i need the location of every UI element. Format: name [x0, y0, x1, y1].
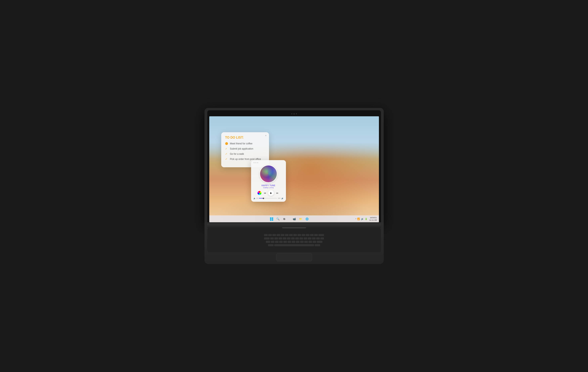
- windows-start-button[interactable]: [269, 216, 274, 222]
- todo-item-text: Submit job application: [230, 147, 253, 150]
- todo-item-2: ✓ Submit job application: [225, 147, 265, 150]
- progress-knob[interactable]: [263, 198, 264, 199]
- key-spacebar[interactable]: [274, 244, 314, 246]
- search-taskbar-button[interactable]: 🔍: [275, 216, 281, 222]
- key[interactable]: [285, 234, 289, 236]
- key[interactable]: [281, 234, 284, 236]
- key[interactable]: [293, 234, 297, 236]
- key[interactable]: [297, 234, 301, 236]
- key[interactable]: [273, 234, 276, 236]
- key[interactable]: [271, 241, 274, 243]
- todo-check-icon: ✓: [225, 153, 228, 155]
- album-art-overlay: [260, 166, 277, 182]
- todo-item-text: Go for a walk: [230, 153, 244, 155]
- key[interactable]: [295, 237, 299, 240]
- song-title: HAPPY TUNE: [253, 184, 284, 187]
- todo-item-1: Meet friend for coffee: [225, 142, 265, 145]
- key-shift-right[interactable]: [315, 244, 320, 246]
- dot-1: [253, 162, 255, 163]
- win-quadrant-2: [272, 217, 273, 219]
- progress-track[interactable]: [259, 198, 277, 199]
- taskbar-center: 🔍 ⧉ 📹 📁: [269, 216, 310, 222]
- todo-check-icon: ✓: [225, 158, 228, 160]
- music-player-widget: HAPPY TUNE Gabby Lonny ⏮ ▶ ⏭ 🔈 21: [251, 160, 286, 202]
- camera-indicator-dot-2: [296, 113, 297, 114]
- key[interactable]: [287, 241, 291, 243]
- battery-icon[interactable]: 🔋: [365, 218, 368, 220]
- key[interactable]: [302, 234, 305, 236]
- key[interactable]: [320, 237, 324, 240]
- key[interactable]: [291, 237, 295, 240]
- keyboard-row-1: [264, 234, 324, 236]
- key[interactable]: [274, 237, 278, 240]
- key[interactable]: [277, 234, 280, 236]
- keyboard: [207, 228, 381, 252]
- total-time: 100: [278, 197, 280, 199]
- key[interactable]: [316, 237, 320, 240]
- todo-item-3: ✓ Go for a walk: [225, 153, 265, 155]
- win-quadrant-3: [270, 219, 271, 221]
- widgets-button[interactable]: [288, 218, 291, 221]
- key[interactable]: [275, 241, 279, 243]
- wifi-icon[interactable]: 📶: [357, 218, 360, 220]
- key-shift-left[interactable]: [268, 244, 273, 246]
- system-tray-icons: ^ 📶 🔊 🔋: [356, 218, 368, 220]
- key[interactable]: [312, 237, 315, 240]
- key-enter[interactable]: [317, 241, 322, 243]
- teams-button[interactable]: 📹: [292, 216, 297, 222]
- keyboard-row-space: [268, 244, 320, 246]
- chevron-icon[interactable]: ^: [356, 218, 356, 220]
- taskbar-right: ^ 📶 🔊 🔋 10/20/21 11:11 AM: [356, 217, 377, 221]
- key[interactable]: [264, 234, 268, 236]
- key[interactable]: [279, 241, 283, 243]
- next-button[interactable]: ⏭: [275, 191, 279, 195]
- artist-name: Gabby Lonny: [253, 187, 284, 189]
- key-tab[interactable]: [264, 237, 270, 240]
- music-progress-bar[interactable]: 🔈 21 100 🔊: [253, 197, 284, 199]
- file-explorer-button[interactable]: 📁: [298, 216, 304, 222]
- camera-area: [209, 112, 379, 116]
- key[interactable]: [289, 234, 293, 236]
- laptop-body: × TO DO LIST: Meet friend for coffee ✓ S…: [204, 108, 384, 223]
- music-controls: ⏮ ▶ ⏭: [253, 190, 284, 196]
- key[interactable]: [296, 241, 299, 243]
- edge-browser-button[interactable]: 🌐: [304, 216, 310, 222]
- key[interactable]: [270, 237, 274, 240]
- key[interactable]: [310, 234, 314, 236]
- key[interactable]: [306, 234, 309, 236]
- dot-2: [255, 162, 256, 163]
- task-view-button[interactable]: ⧉: [282, 216, 287, 222]
- key[interactable]: [283, 241, 287, 243]
- key[interactable]: [304, 237, 307, 240]
- key[interactable]: [308, 241, 312, 243]
- key-caps[interactable]: [266, 241, 270, 243]
- windows-logo: [270, 217, 273, 221]
- key-backspace[interactable]: [318, 234, 324, 236]
- key[interactable]: [304, 241, 308, 243]
- key[interactable]: [314, 234, 318, 236]
- key[interactable]: [292, 241, 295, 243]
- keyboard-row-3: [266, 241, 322, 243]
- key[interactable]: [300, 241, 304, 243]
- volume-max-icon: 🔊: [281, 197, 284, 199]
- camera-indicator-dot: [291, 113, 292, 114]
- key[interactable]: [299, 237, 303, 240]
- volume-min-icon: 🔈: [253, 197, 256, 199]
- todo-close-button[interactable]: ×: [265, 134, 266, 137]
- system-clock[interactable]: 10/20/21 11:11 AM: [369, 217, 377, 221]
- key[interactable]: [313, 241, 316, 243]
- volume-icon[interactable]: 🔊: [361, 218, 364, 220]
- color-wheel-icon[interactable]: [257, 191, 262, 195]
- key[interactable]: [287, 237, 291, 240]
- play-button[interactable]: ▶: [268, 190, 274, 196]
- todo-item-text: Meet friend for coffee: [230, 142, 252, 145]
- taskbar: 🔍 ⧉ 📹 📁: [209, 215, 379, 222]
- dot-3: [257, 162, 258, 163]
- key[interactable]: [283, 237, 286, 240]
- key[interactable]: [308, 237, 311, 240]
- key[interactable]: [279, 237, 282, 240]
- todo-title: TO DO LIST:: [225, 136, 265, 139]
- key[interactable]: [268, 234, 272, 236]
- prev-button[interactable]: ⏮: [263, 191, 267, 195]
- touchpad[interactable]: [276, 253, 312, 261]
